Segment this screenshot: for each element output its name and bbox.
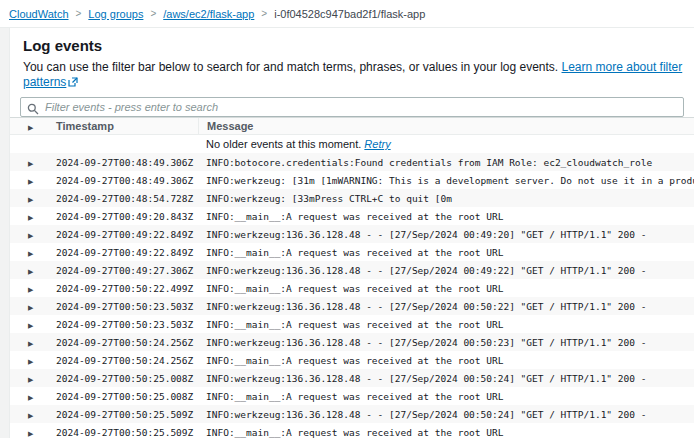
event-message: INFO:werkzeug:136.36.128.48 - - [27/Sep/… [198,409,694,420]
caret-right-icon: ▶ [28,286,33,293]
cloudwatch-log-events-screen: CloudWatch>Log groups>/aws/ec2/flask-app… [0,0,694,438]
event-timestamp: 2024-09-27T00:50:25.008Z [48,391,198,402]
retry-link[interactable]: Retry [364,138,390,150]
breadcrumb-separator: > [76,8,82,19]
event-timestamp: 2024-09-27T00:48:54.728Z [48,193,198,204]
caret-right-icon: ▶ [28,178,33,185]
event-message: INFO:werkzeug: [31m [1mWARNING: This is … [198,175,694,186]
expand-row-button[interactable]: ▶ [10,192,48,204]
expand-row-button[interactable]: ▶ [10,210,48,222]
expand-row-button[interactable]: ▶ [10,228,48,240]
event-timestamp: 2024-09-27T00:50:25.509Z [48,409,198,420]
log-event-row[interactable]: ▶2024-09-27T00:50:25.008ZINFO:werkzeug:1… [10,369,694,387]
event-timestamp: 2024-09-27T00:49:27.306Z [48,265,198,276]
event-message: INFO:__main__:A request was received at … [198,283,694,294]
caret-right-icon: ▶ [28,340,33,347]
log-event-row[interactable]: ▶2024-09-27T00:48:49.306ZINFO:werkzeug: … [10,171,694,189]
description-text: You can use the filter bar below to sear… [23,60,558,74]
expand-row-button[interactable]: ▶ [10,300,48,312]
event-timestamp: 2024-09-27T00:48:49.306Z [48,157,198,168]
event-timestamp: 2024-09-27T00:50:25.008Z [48,373,198,384]
page-body: Log events You can use the filter bar be… [0,28,694,438]
breadcrumb-link[interactable]: CloudWatch [9,8,69,20]
breadcrumb-link[interactable]: Log groups [88,8,143,20]
expand-row-button[interactable]: ▶ [10,390,48,402]
caret-right-icon: ▶ [28,160,33,167]
search-icon [27,101,39,119]
caret-right-icon: ▶ [28,376,33,383]
caret-right-icon: ▶ [28,358,33,365]
event-timestamp: 2024-09-27T00:50:23.503Z [48,301,198,312]
log-event-row[interactable]: ▶2024-09-27T00:50:25.509ZINFO:__main__:A… [10,423,694,438]
caret-right-icon: ▶ [28,430,33,437]
expand-row-button[interactable]: ▶ [10,372,48,384]
log-event-row[interactable]: ▶2024-09-27T00:49:20.843ZINFO:__main__:A… [10,207,694,225]
caret-right-icon: ▶ [28,250,33,257]
event-message: INFO:__main__:A request was received at … [198,247,694,258]
expand-row-button[interactable]: ▶ [10,426,48,438]
caret-right-icon: ▶ [28,304,33,311]
panel-description: You can use the filter bar below to sear… [23,60,694,91]
event-message: INFO:botocore.credentials:Found credenti… [198,157,694,168]
event-message: INFO:__main__:A request was received at … [198,211,694,222]
event-timestamp: 2024-09-27T00:48:49.306Z [48,175,198,186]
expand-row-button[interactable]: ▶ [10,246,48,258]
log-event-row[interactable]: ▶2024-09-27T00:50:22.499ZINFO:__main__:A… [10,279,694,297]
event-timestamp: 2024-09-27T00:49:20.843Z [48,211,198,222]
log-event-row[interactable]: ▶2024-09-27T00:50:24.256ZINFO:__main__:A… [10,351,694,369]
expand-row-button[interactable]: ▶ [10,174,48,186]
event-message: INFO:__main__:A request was received at … [198,427,694,438]
log-event-row[interactable]: ▶2024-09-27T00:49:27.306ZINFO:werkzeug:1… [10,261,694,279]
event-timestamp: 2024-09-27T00:50:23.503Z [48,319,198,330]
log-event-row[interactable]: ▶2024-09-27T00:49:22.849ZINFO:werkzeug:1… [10,225,694,243]
expand-row-button[interactable]: ▶ [10,354,48,366]
event-timestamp: 2024-09-27T00:50:24.256Z [48,337,198,348]
message-column-header[interactable]: Message [198,118,694,135]
expand-row-button[interactable]: ▶ [10,408,48,420]
expand-row-button[interactable]: ▶ [10,318,48,330]
external-link-icon [68,76,78,91]
event-message: INFO:__main__:A request was received at … [198,355,694,366]
event-message: INFO:__main__:A request was received at … [198,319,694,330]
event-timestamp: 2024-09-27T00:50:22.499Z [48,283,198,294]
log-event-row[interactable]: ▶2024-09-27T00:48:54.728ZINFO:werkzeug: … [10,189,694,207]
expand-row-button[interactable]: ▶ [10,282,48,294]
event-message: INFO:__main__:A request was received at … [198,391,694,402]
breadcrumb-current: i-0f04528c947bad2f1/flask-app [274,8,425,20]
log-event-row[interactable]: ▶2024-09-27T00:50:25.008ZINFO:__main__:A… [10,387,694,405]
breadcrumb-bar: CloudWatch>Log groups>/aws/ec2/flask-app… [0,0,694,28]
expand-row-button[interactable]: ▶ [10,336,48,348]
event-timestamp: 2024-09-27T00:49:22.849Z [48,247,198,258]
log-event-row[interactable]: ▶2024-09-27T00:50:23.503ZINFO:werkzeug:1… [10,297,694,315]
event-message: INFO:werkzeug:136.36.128.48 - - [27/Sep/… [198,337,694,348]
expand-row-button[interactable]: ▶ [10,264,48,276]
log-event-row[interactable]: ▶2024-09-27T00:50:24.256ZINFO:werkzeug:1… [10,333,694,351]
event-message: INFO:werkzeug:136.36.128.48 - - [27/Sep/… [198,373,694,384]
event-message: INFO:werkzeug:136.36.128.48 - - [27/Sep/… [198,265,694,276]
caret-right-icon: ▶ [28,232,33,239]
caret-right-icon: ▶ [28,412,33,419]
event-message: INFO:werkzeug:136.36.128.48 - - [27/Sep/… [198,229,694,240]
no-older-events-row: No older events at this moment. Retry [10,135,694,153]
log-events-table: ▶ Timestamp Message No older events at t… [10,117,694,438]
expand-row-button[interactable]: ▶ [10,156,48,168]
filter-bar [20,97,684,117]
filter-events-input[interactable] [20,97,684,117]
log-event-row[interactable]: ▶2024-09-27T00:49:22.849ZINFO:__main__:A… [10,243,694,261]
table-header-row: ▶ Timestamp Message [10,117,694,135]
left-gutter [0,28,10,438]
log-event-row[interactable]: ▶2024-09-27T00:50:23.503ZINFO:__main__:A… [10,315,694,333]
breadcrumb-link[interactable]: /aws/ec2/flask-app [163,8,254,20]
breadcrumb-separator: > [150,8,156,19]
page-title: Log events [23,37,694,55]
event-timestamp: 2024-09-27T00:50:25.509Z [48,427,198,438]
log-event-row[interactable]: ▶2024-09-27T00:48:49.306ZINFO:botocore.c… [10,153,694,171]
log-event-row[interactable]: ▶2024-09-27T00:50:25.509ZINFO:werkzeug:1… [10,405,694,423]
timestamp-column-header[interactable]: Timestamp [48,118,198,135]
no-older-events-text: No older events at this moment. [206,138,361,150]
log-event-rows: ▶2024-09-27T00:48:49.306ZINFO:botocore.c… [10,153,694,438]
caret-right-icon: ▶ [28,214,33,221]
event-message: INFO:werkzeug:136.36.128.48 - - [27/Sep/… [198,301,694,312]
expand-column-header: ▶ [10,118,48,135]
caret-right-icon: ▶ [28,196,33,203]
